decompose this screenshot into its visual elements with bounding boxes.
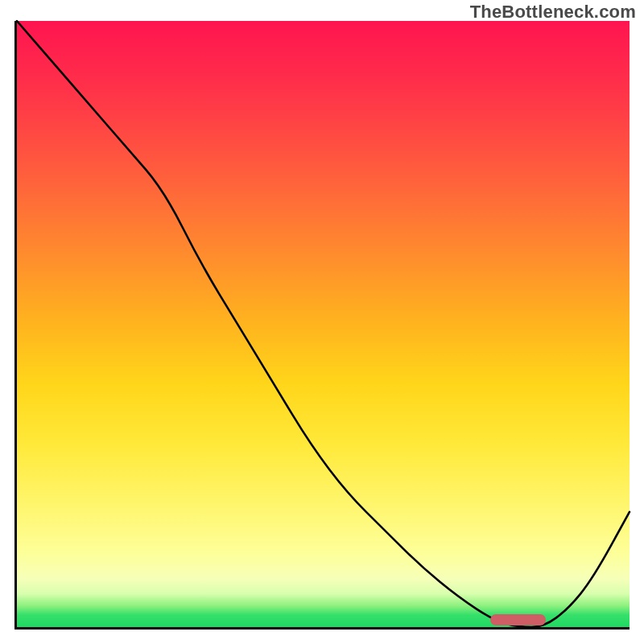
chart-frame: TheBottleneck.com [0, 0, 644, 644]
line-chart [17, 21, 630, 627]
plot-area [14, 21, 630, 630]
watermark-text: TheBottleneck.com [470, 2, 636, 23]
curve-path [17, 21, 630, 627]
bottleneck-marker [490, 614, 546, 625]
